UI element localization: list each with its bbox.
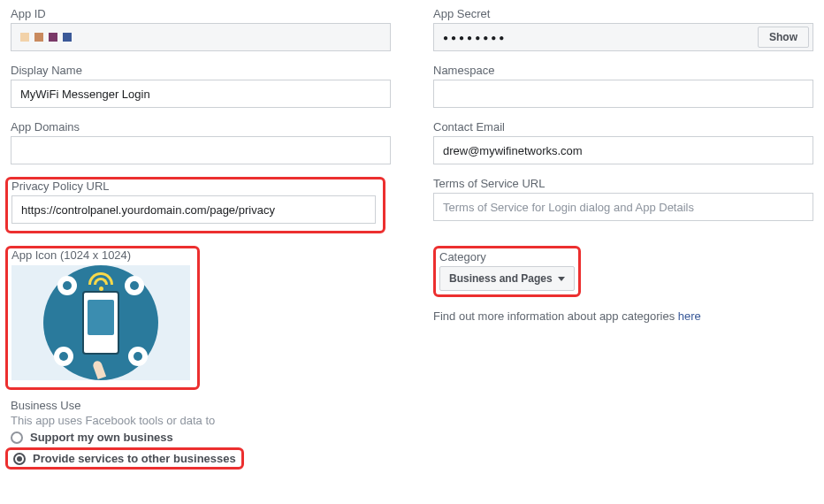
radio-label: Provide services to other businesses (33, 452, 236, 465)
show-secret-button[interactable]: Show (758, 27, 809, 48)
avatar-bubble-icon (54, 347, 73, 366)
app-secret-field: ●●●●●●●● Show (433, 23, 813, 51)
category-highlight: Category Business and Pages (433, 246, 581, 297)
app-domains-label: App Domains (11, 120, 391, 134)
app-icon-highlight: App Icon (1024 x 1024) (5, 246, 200, 390)
radio-label: Support my own business (30, 431, 173, 444)
namespace-label: Namespace (433, 64, 813, 77)
color-block-icon (49, 33, 57, 42)
category-info-link[interactable]: here (678, 309, 701, 323)
category-select[interactable]: Business and Pages (439, 266, 575, 291)
business-use-option-own[interactable]: Support my own business (11, 431, 813, 444)
avatar-bubble-icon (57, 276, 77, 295)
app-icon-label: App Icon (1024 x 1024) (11, 248, 190, 262)
namespace-input[interactable] (433, 80, 813, 108)
terms-input[interactable] (433, 193, 813, 221)
category-selected-value: Business and Pages (449, 272, 553, 285)
app-id-label: App ID (11, 7, 391, 20)
radio-icon (11, 431, 23, 444)
contact-email-label: Contact Email (433, 120, 813, 134)
color-block-icon (20, 33, 29, 42)
avatar-bubble-icon (128, 347, 148, 366)
privacy-policy-label: Privacy Policy URL (11, 179, 376, 193)
business-use-option-services[interactable]: Provide services to other businesses (13, 452, 236, 465)
terms-label: Terms of Service URL (433, 177, 813, 190)
privacy-policy-highlight: Privacy Policy URL (5, 177, 385, 233)
app-secret-masked-value: ●●●●●●●● (434, 33, 758, 42)
business-use-description: This app uses Facebook tools or data to (11, 414, 813, 427)
app-id-field (11, 23, 391, 51)
chevron-down-icon (558, 277, 565, 281)
radio-checked-icon (13, 453, 26, 465)
privacy-policy-input[interactable] (11, 195, 376, 224)
display-name-input[interactable] (11, 80, 391, 108)
app-secret-label: App Secret (433, 7, 813, 20)
color-block-icon (63, 33, 72, 42)
app-icon-image[interactable] (11, 265, 190, 380)
hand-pointer-icon (93, 357, 119, 380)
business-use-option-services-highlight: Provide services to other businesses (5, 447, 244, 470)
wifi-icon (88, 272, 113, 291)
app-domains-input[interactable] (11, 136, 391, 164)
display-name-label: Display Name (11, 64, 391, 77)
category-label: Category (439, 250, 575, 263)
category-info-text: Find out more information about app cate… (433, 309, 813, 323)
color-block-icon (34, 33, 43, 42)
avatar-bubble-icon (125, 276, 144, 295)
contact-email-input[interactable] (433, 136, 813, 164)
phone-icon (82, 291, 119, 355)
business-use-label: Business Use (11, 399, 813, 412)
